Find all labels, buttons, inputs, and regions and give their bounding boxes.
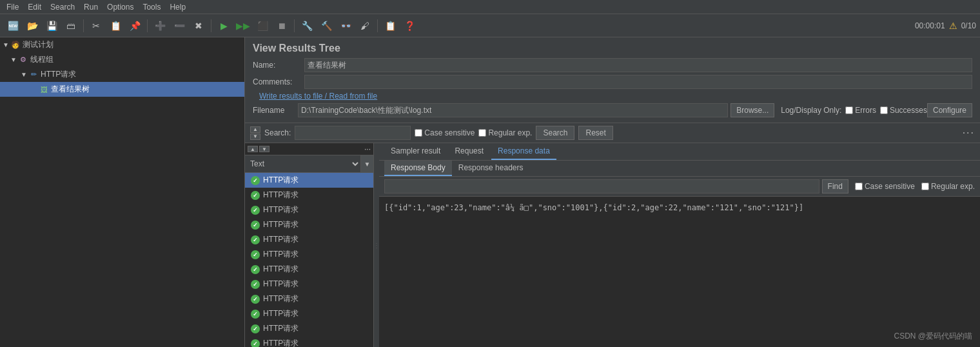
successes-checkbox[interactable] [880, 106, 888, 114]
menu-tools[interactable]: Tools [139, 1, 164, 13]
menu-run[interactable]: Run [80, 1, 102, 13]
sub-tab-response-body[interactable]: Response Body [384, 161, 452, 176]
req-label: HTTP请求 [263, 190, 299, 201]
comments-input[interactable] [304, 75, 972, 89]
vrt-header: View Results Tree Name: Comments: Write … [245, 37, 980, 123]
tab-sampler-result[interactable]: Sampler result [384, 143, 447, 160]
new-button[interactable]: 🆕 [4, 17, 22, 35]
req-label: HTTP请求 [263, 249, 299, 260]
sub-tab-response-headers[interactable]: Response headers [452, 161, 530, 176]
find-case-sensitive-label[interactable]: Case sensitive [855, 182, 915, 191]
copy-button[interactable]: 📋 [106, 17, 124, 35]
req-label: HTTP请求 [263, 234, 299, 245]
dropdown-row: Text ▼ [245, 155, 373, 173]
nav-up-arrow[interactable]: ▲ [250, 126, 260, 133]
search-button[interactable]: Search [536, 126, 574, 140]
tree-label-plan: 测试计划 [23, 39, 54, 50]
tab-response-data[interactable]: Response data [491, 143, 556, 160]
configure-button[interactable]: Configure [927, 103, 972, 117]
list-button[interactable]: 📋 [381, 17, 399, 35]
menu-search[interactable]: Search [46, 1, 79, 13]
tree-item-plan[interactable]: ▼ 🧑 测试计划 [0, 37, 244, 52]
request-item[interactable]: ✓HTTP请求 [245, 217, 373, 232]
tree-arrow-thread: ▼ [10, 56, 18, 63]
sep3 [211, 19, 211, 32]
request-item[interactable]: ✓HTTP请求 [245, 188, 373, 203]
tab-request[interactable]: Request [448, 143, 490, 160]
resize-handle[interactable]: ⋮ [374, 143, 379, 347]
help-button[interactable]: ❓ [400, 17, 418, 35]
request-item[interactable]: ✓HTTP请求 [245, 306, 373, 321]
file-link[interactable]: Write results to file / Read from file [259, 92, 377, 101]
menu-options[interactable]: Options [103, 1, 137, 13]
remote-button[interactable]: 🔧 [298, 17, 316, 35]
req-label: HTTP请求 [263, 293, 299, 304]
regular-exp-label[interactable]: Regular exp. [478, 128, 532, 137]
req-label: HTTP请求 [263, 219, 299, 230]
browse-button[interactable]: Browse... [730, 103, 774, 117]
paste-button[interactable]: 📌 [126, 17, 144, 35]
warning-icon: ⚠ [949, 21, 957, 31]
request-item[interactable]: ✓HTTP请求 [245, 262, 373, 277]
clear-button[interactable]: ✖ [190, 17, 208, 35]
list-up-arrow[interactable]: ▲ [248, 146, 258, 152]
request-item[interactable]: ✓HTTP请求 [245, 292, 373, 306]
format-dropdown[interactable]: Text [245, 155, 360, 172]
successes-checkbox-label[interactable]: Successes [880, 106, 927, 115]
menu-file[interactable]: File [3, 1, 23, 13]
case-sensitive-label[interactable]: Case sensitive [415, 128, 475, 137]
menu-help[interactable]: Help [166, 1, 190, 13]
remote-stop-button[interactable]: 🔨 [317, 17, 335, 35]
nav-down-arrow[interactable]: ▼ [250, 134, 260, 140]
save-button[interactable]: 💾 [43, 17, 61, 35]
request-item[interactable]: ✓HTTP请求 [245, 277, 373, 292]
tree-item-thread[interactable]: ▼ ⚙ 线程组 [0, 52, 244, 67]
reset-button[interactable]: Reset [578, 126, 612, 140]
request-item[interactable]: ✓HTTP请求 [245, 232, 373, 247]
minus-button[interactable]: ➖ [170, 17, 188, 35]
request-item[interactable]: ✓HTTP请求 [245, 173, 373, 188]
request-item[interactable]: ✓HTTP请求 [245, 203, 373, 217]
menu-edit[interactable]: Edit [24, 1, 45, 13]
run-button[interactable]: ▶ [215, 17, 233, 35]
toolbar-time-area: 00:00:01 ⚠ 0/10 [915, 21, 976, 31]
run-no-pause-button[interactable]: ▶▶ [234, 17, 252, 35]
dropdown-arrow-icon[interactable]: ▼ [360, 155, 373, 172]
req-icon: ✓ [250, 175, 260, 186]
case-sensitive-checkbox[interactable] [415, 129, 422, 137]
tree-item-result[interactable]: 🖼 查看结果树 [0, 82, 244, 97]
errors-checkbox[interactable] [845, 106, 853, 114]
menubar: File Edit Search Run Options Tools Help [0, 0, 980, 14]
list-dots-menu[interactable]: ··· [364, 144, 371, 154]
find-button[interactable]: Find [822, 179, 848, 193]
glasses-button[interactable]: 👓 [337, 17, 355, 35]
search-input[interactable] [295, 126, 411, 140]
name-input[interactable] [304, 58, 972, 72]
open-button[interactable]: 📂 [23, 17, 41, 35]
find-regular-exp-checkbox[interactable] [921, 183, 929, 190]
regular-exp-checkbox[interactable] [478, 129, 486, 137]
green-check-icon: ✓ [251, 250, 260, 259]
errors-checkbox-label[interactable]: Errors [845, 106, 876, 115]
find-input[interactable] [384, 179, 819, 193]
right-panel: View Results Tree Name: Comments: Write … [245, 37, 980, 347]
result-icon: 🖼 [39, 84, 49, 95]
dots-menu[interactable]: ··· [963, 127, 975, 139]
filename-input[interactable] [298, 103, 728, 117]
stop-now-button[interactable]: ⏹ [273, 17, 291, 35]
add-button[interactable]: ➕ [151, 17, 169, 35]
request-item[interactable]: ✓HTTP请求 [245, 247, 373, 262]
save-all-button[interactable]: 🗃 [62, 17, 80, 35]
main-tab-bar: Sampler result Request Response data [379, 143, 980, 161]
request-item[interactable]: ✓HTTP请求 [245, 321, 373, 336]
tree-item-http[interactable]: ▼ ✏ HTTP请求 [0, 67, 244, 82]
paint-button[interactable]: 🖌 [356, 17, 374, 35]
request-item[interactable]: ✓HTTP请求 [245, 336, 373, 347]
cut-button[interactable]: ✂ [87, 17, 105, 35]
filename-row: Filename Browse... Log/Display Only: Err… [253, 103, 972, 117]
find-regular-exp-label[interactable]: Regular exp. [921, 182, 975, 191]
stop-button[interactable]: ⬛ [253, 17, 271, 35]
list-down-arrow[interactable]: ▼ [259, 146, 270, 152]
detail-panel: Sampler result Request Response data Res… [379, 143, 980, 347]
find-case-sensitive-checkbox[interactable] [855, 183, 863, 190]
